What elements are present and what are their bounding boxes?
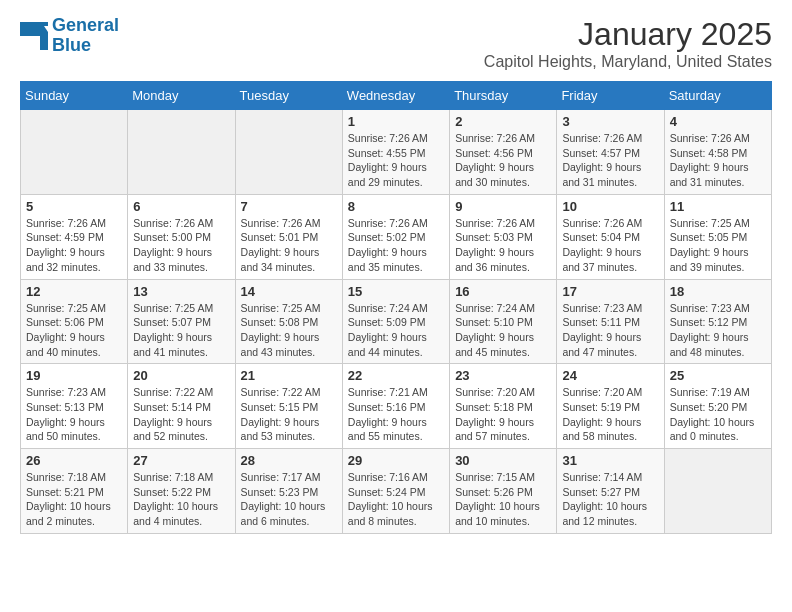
day-info: Sunrise: 7:18 AM Sunset: 5:21 PM Dayligh… — [26, 470, 122, 529]
calendar-table: SundayMondayTuesdayWednesdayThursdayFrid… — [20, 81, 772, 534]
day-number: 14 — [241, 284, 337, 299]
weekday-header: Monday — [128, 82, 235, 110]
day-number: 2 — [455, 114, 551, 129]
day-number: 25 — [670, 368, 766, 383]
header: General Blue January 2025 Capitol Height… — [20, 16, 772, 71]
weekday-header: Tuesday — [235, 82, 342, 110]
calendar-cell — [235, 110, 342, 195]
day-number: 9 — [455, 199, 551, 214]
day-info: Sunrise: 7:18 AM Sunset: 5:22 PM Dayligh… — [133, 470, 229, 529]
day-number: 28 — [241, 453, 337, 468]
calendar-cell: 20Sunrise: 7:22 AM Sunset: 5:14 PM Dayli… — [128, 364, 235, 449]
day-number: 5 — [26, 199, 122, 214]
title-area: January 2025 Capitol Heights, Maryland, … — [484, 16, 772, 71]
day-number: 7 — [241, 199, 337, 214]
day-info: Sunrise: 7:26 AM Sunset: 5:03 PM Dayligh… — [455, 216, 551, 275]
day-number: 1 — [348, 114, 444, 129]
calendar-week-row: 26Sunrise: 7:18 AM Sunset: 5:21 PM Dayli… — [21, 449, 772, 534]
day-number: 30 — [455, 453, 551, 468]
day-number: 27 — [133, 453, 229, 468]
weekday-header: Thursday — [450, 82, 557, 110]
calendar-cell: 17Sunrise: 7:23 AM Sunset: 5:11 PM Dayli… — [557, 279, 664, 364]
day-info: Sunrise: 7:26 AM Sunset: 5:00 PM Dayligh… — [133, 216, 229, 275]
logo-icon — [20, 22, 48, 50]
day-info: Sunrise: 7:23 AM Sunset: 5:11 PM Dayligh… — [562, 301, 658, 360]
page-container: General Blue January 2025 Capitol Height… — [0, 0, 792, 550]
day-info: Sunrise: 7:26 AM Sunset: 4:59 PM Dayligh… — [26, 216, 122, 275]
calendar-cell: 5Sunrise: 7:26 AM Sunset: 4:59 PM Daylig… — [21, 194, 128, 279]
day-number: 31 — [562, 453, 658, 468]
day-info: Sunrise: 7:17 AM Sunset: 5:23 PM Dayligh… — [241, 470, 337, 529]
day-info: Sunrise: 7:26 AM Sunset: 4:57 PM Dayligh… — [562, 131, 658, 190]
day-info: Sunrise: 7:24 AM Sunset: 5:10 PM Dayligh… — [455, 301, 551, 360]
logo-text: General Blue — [52, 16, 119, 56]
day-info: Sunrise: 7:25 AM Sunset: 5:07 PM Dayligh… — [133, 301, 229, 360]
day-number: 18 — [670, 284, 766, 299]
weekday-header: Friday — [557, 82, 664, 110]
day-info: Sunrise: 7:16 AM Sunset: 5:24 PM Dayligh… — [348, 470, 444, 529]
calendar-cell: 10Sunrise: 7:26 AM Sunset: 5:04 PM Dayli… — [557, 194, 664, 279]
calendar-cell: 27Sunrise: 7:18 AM Sunset: 5:22 PM Dayli… — [128, 449, 235, 534]
day-number: 8 — [348, 199, 444, 214]
month-title: January 2025 — [484, 16, 772, 53]
day-number: 26 — [26, 453, 122, 468]
calendar-cell: 9Sunrise: 7:26 AM Sunset: 5:03 PM Daylig… — [450, 194, 557, 279]
calendar-cell: 24Sunrise: 7:20 AM Sunset: 5:19 PM Dayli… — [557, 364, 664, 449]
calendar-cell: 8Sunrise: 7:26 AM Sunset: 5:02 PM Daylig… — [342, 194, 449, 279]
day-number: 16 — [455, 284, 551, 299]
calendar-cell: 31Sunrise: 7:14 AM Sunset: 5:27 PM Dayli… — [557, 449, 664, 534]
day-number: 17 — [562, 284, 658, 299]
day-info: Sunrise: 7:26 AM Sunset: 4:56 PM Dayligh… — [455, 131, 551, 190]
weekday-header: Saturday — [664, 82, 771, 110]
calendar-cell: 7Sunrise: 7:26 AM Sunset: 5:01 PM Daylig… — [235, 194, 342, 279]
day-info: Sunrise: 7:14 AM Sunset: 5:27 PM Dayligh… — [562, 470, 658, 529]
day-info: Sunrise: 7:22 AM Sunset: 5:14 PM Dayligh… — [133, 385, 229, 444]
day-number: 20 — [133, 368, 229, 383]
day-info: Sunrise: 7:25 AM Sunset: 5:06 PM Dayligh… — [26, 301, 122, 360]
calendar-cell: 22Sunrise: 7:21 AM Sunset: 5:16 PM Dayli… — [342, 364, 449, 449]
calendar-cell: 23Sunrise: 7:20 AM Sunset: 5:18 PM Dayli… — [450, 364, 557, 449]
calendar-cell: 28Sunrise: 7:17 AM Sunset: 5:23 PM Dayli… — [235, 449, 342, 534]
day-number: 19 — [26, 368, 122, 383]
day-number: 6 — [133, 199, 229, 214]
day-info: Sunrise: 7:26 AM Sunset: 5:01 PM Dayligh… — [241, 216, 337, 275]
calendar-cell: 3Sunrise: 7:26 AM Sunset: 4:57 PM Daylig… — [557, 110, 664, 195]
day-info: Sunrise: 7:20 AM Sunset: 5:18 PM Dayligh… — [455, 385, 551, 444]
day-number: 24 — [562, 368, 658, 383]
calendar-cell: 11Sunrise: 7:25 AM Sunset: 5:05 PM Dayli… — [664, 194, 771, 279]
day-info: Sunrise: 7:23 AM Sunset: 5:12 PM Dayligh… — [670, 301, 766, 360]
location-title: Capitol Heights, Maryland, United States — [484, 53, 772, 71]
day-info: Sunrise: 7:20 AM Sunset: 5:19 PM Dayligh… — [562, 385, 658, 444]
calendar-week-row: 5Sunrise: 7:26 AM Sunset: 4:59 PM Daylig… — [21, 194, 772, 279]
day-info: Sunrise: 7:26 AM Sunset: 4:55 PM Dayligh… — [348, 131, 444, 190]
day-info: Sunrise: 7:24 AM Sunset: 5:09 PM Dayligh… — [348, 301, 444, 360]
day-info: Sunrise: 7:25 AM Sunset: 5:08 PM Dayligh… — [241, 301, 337, 360]
calendar-cell: 29Sunrise: 7:16 AM Sunset: 5:24 PM Dayli… — [342, 449, 449, 534]
calendar-cell: 16Sunrise: 7:24 AM Sunset: 5:10 PM Dayli… — [450, 279, 557, 364]
day-info: Sunrise: 7:23 AM Sunset: 5:13 PM Dayligh… — [26, 385, 122, 444]
day-info: Sunrise: 7:25 AM Sunset: 5:05 PM Dayligh… — [670, 216, 766, 275]
day-info: Sunrise: 7:21 AM Sunset: 5:16 PM Dayligh… — [348, 385, 444, 444]
calendar-cell: 6Sunrise: 7:26 AM Sunset: 5:00 PM Daylig… — [128, 194, 235, 279]
day-info: Sunrise: 7:15 AM Sunset: 5:26 PM Dayligh… — [455, 470, 551, 529]
calendar-cell: 14Sunrise: 7:25 AM Sunset: 5:08 PM Dayli… — [235, 279, 342, 364]
calendar-cell: 2Sunrise: 7:26 AM Sunset: 4:56 PM Daylig… — [450, 110, 557, 195]
calendar-cell: 15Sunrise: 7:24 AM Sunset: 5:09 PM Dayli… — [342, 279, 449, 364]
calendar-cell — [128, 110, 235, 195]
calendar-cell: 30Sunrise: 7:15 AM Sunset: 5:26 PM Dayli… — [450, 449, 557, 534]
day-number: 29 — [348, 453, 444, 468]
day-number: 3 — [562, 114, 658, 129]
weekday-header-row: SundayMondayTuesdayWednesdayThursdayFrid… — [21, 82, 772, 110]
calendar-cell: 18Sunrise: 7:23 AM Sunset: 5:12 PM Dayli… — [664, 279, 771, 364]
day-number: 21 — [241, 368, 337, 383]
day-number: 15 — [348, 284, 444, 299]
day-info: Sunrise: 7:26 AM Sunset: 5:04 PM Dayligh… — [562, 216, 658, 275]
day-number: 11 — [670, 199, 766, 214]
calendar-week-row: 1Sunrise: 7:26 AM Sunset: 4:55 PM Daylig… — [21, 110, 772, 195]
day-info: Sunrise: 7:22 AM Sunset: 5:15 PM Dayligh… — [241, 385, 337, 444]
day-number: 13 — [133, 284, 229, 299]
calendar-cell: 13Sunrise: 7:25 AM Sunset: 5:07 PM Dayli… — [128, 279, 235, 364]
day-number: 10 — [562, 199, 658, 214]
calendar-cell — [664, 449, 771, 534]
weekday-header: Sunday — [21, 82, 128, 110]
